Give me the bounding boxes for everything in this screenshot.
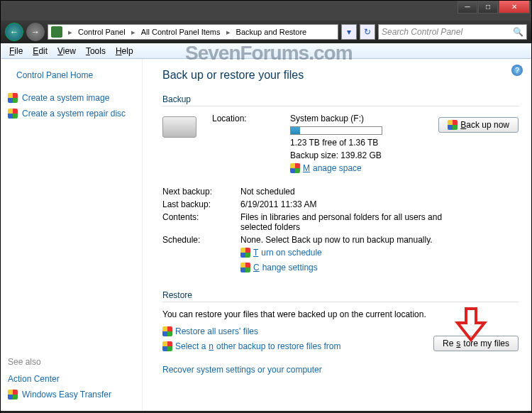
next-backup-value: Not scheduled: [240, 187, 519, 197]
action-center-link[interactable]: Action Center: [8, 371, 135, 387]
address-bar[interactable]: ▸ Control Panel ▸ All Control Panel Item…: [48, 24, 338, 40]
shield-icon: [448, 120, 458, 130]
menu-help[interactable]: Help: [111, 45, 138, 57]
restore-all-users-link[interactable]: Restore all users' files: [162, 326, 258, 336]
shield-icon: [162, 326, 172, 336]
main-panel: ? Back up or restore your files Backup B…: [143, 59, 531, 411]
search-icon[interactable]: 🔍: [513, 27, 523, 37]
hard-drive-icon: [162, 116, 196, 138]
contents-label: Contents:: [162, 212, 240, 232]
breadcrumb-all-items[interactable]: All Control Panel Items: [138, 28, 223, 36]
restore-section-header: Restore: [162, 290, 519, 302]
menubar: File Edit View Tools Help SevenForums.co…: [1, 43, 531, 59]
minimize-button[interactable]: ─: [458, 1, 477, 13]
refresh-button[interactable]: ↻: [360, 24, 375, 40]
breadcrumb-sep-icon: ▸: [128, 28, 138, 37]
shield-icon: [8, 390, 18, 400]
breadcrumb-sep-icon: ▸: [65, 28, 75, 37]
select-another-backup-link[interactable]: Select another backup to restore files f…: [162, 341, 340, 351]
restore-description: You can restore your files that were bac…: [162, 309, 519, 319]
search-placeholder: Search Control Panel: [382, 27, 462, 37]
navbar: ← → ▸ Control Panel ▸ All Control Panel …: [1, 21, 531, 43]
shield-icon: [240, 248, 250, 258]
shield-icon: [240, 263, 250, 272]
breadcrumb-control-panel[interactable]: Control Panel: [75, 28, 128, 36]
search-box[interactable]: Search Control Panel 🔍: [378, 24, 527, 40]
location-value: System backup (F:): [290, 114, 364, 123]
create-repair-disc-link[interactable]: Create a system repair disc: [8, 106, 135, 121]
forward-button[interactable]: →: [26, 23, 45, 41]
menu-view[interactable]: View: [53, 45, 80, 57]
create-system-image-link[interactable]: Create a system image: [8, 90, 135, 106]
see-also-section: See also Action Center Windows Easy Tran…: [8, 347, 135, 402]
sidebar: Control Panel Home Create a system image…: [1, 59, 143, 411]
titlebar: ─ □ ✕: [1, 1, 531, 21]
help-icon[interactable]: ?: [511, 65, 523, 76]
schedule-label: Schedule:: [162, 235, 240, 245]
breadcrumb-sep-icon: ▸: [223, 28, 233, 37]
close-button[interactable]: ✕: [499, 1, 530, 13]
backup-section-header: Backup: [162, 94, 519, 106]
windows-easy-transfer-link[interactable]: Windows Easy Transfer: [8, 387, 135, 402]
content-body: Control Panel Home Create a system image…: [1, 59, 531, 411]
next-backup-label: Next backup:: [162, 187, 240, 197]
control-panel-home-link[interactable]: Control Panel Home: [8, 67, 135, 83]
backup-size-text: Backup size: 139.82 GB: [290, 150, 519, 160]
see-also-header: See also: [8, 354, 135, 371]
menu-tools[interactable]: Tools: [82, 45, 110, 57]
recover-system-link[interactable]: Recover system settings or your computer: [162, 365, 322, 375]
back-up-now-button[interactable]: Back up now: [438, 117, 519, 133]
last-backup-label: Last backup:: [162, 199, 240, 209]
location-label: Location:: [212, 114, 290, 123]
change-settings-link[interactable]: Change settings: [240, 263, 318, 272]
menu-edit[interactable]: Edit: [28, 45, 52, 57]
free-space-text: 1.23 TB free of 1.36 TB: [290, 138, 519, 148]
maximize-button[interactable]: □: [478, 1, 498, 13]
manage-space-link[interactable]: Manage space: [290, 163, 362, 173]
contents-value: Files in libraries and personal folders …: [240, 212, 453, 232]
breadcrumb-backup-restore[interactable]: Backup and Restore: [233, 28, 310, 36]
control-panel-icon: [51, 26, 62, 38]
schedule-value: None. Select Back up now to run backup m…: [240, 235, 519, 245]
shield-icon: [8, 109, 18, 119]
turn-on-schedule-link[interactable]: Turn on schedule: [240, 248, 322, 258]
restore-my-files-button[interactable]: Restore my files: [433, 336, 519, 351]
disk-usage-meter: [290, 126, 382, 135]
control-panel-window: ─ □ ✕ ← → ▸ Control Panel ▸ All Control …: [0, 0, 532, 413]
back-button[interactable]: ←: [5, 23, 23, 41]
menu-file[interactable]: File: [5, 45, 27, 57]
shield-icon: [162, 341, 172, 351]
last-backup-value: 6/19/2011 11:33 AM: [240, 199, 519, 209]
shield-icon: [8, 93, 18, 103]
shield-icon: [290, 163, 300, 173]
page-title: Back up or restore your files: [162, 69, 519, 82]
address-dropdown-button[interactable]: ▾: [341, 24, 357, 40]
